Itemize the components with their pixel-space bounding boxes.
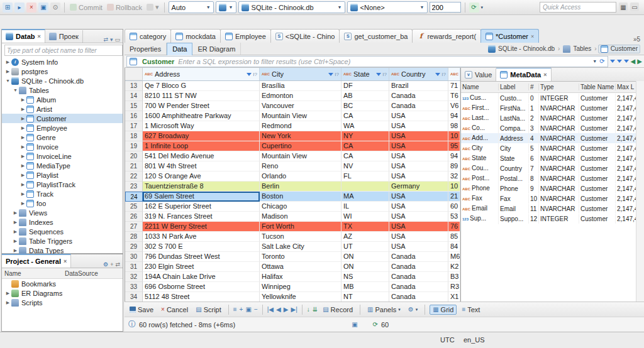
cell-postalcode[interactable]: T6 [448, 91, 460, 101]
cell-city[interactable]: Reno [260, 161, 341, 171]
cell-country[interactable]: Canada [389, 262, 448, 272]
cell-address[interactable]: 162 E Superior Street [143, 202, 260, 212]
cell-state[interactable]: UT [341, 242, 389, 252]
table-row-23[interactable]: 23Tauentzienstraße 8BerlinGermany10 [125, 182, 460, 192]
meta-cell-type[interactable]: NVARCHAR [539, 204, 579, 214]
meta-cell-table-name[interactable]: Customer [579, 204, 616, 214]
next-result-icon[interactable]: ▶ [637, 58, 642, 65]
cell-postalcode[interactable]: 85 [448, 232, 460, 242]
script-button[interactable]: ▤Script [193, 305, 224, 314]
column-sort-icon[interactable]: I? [253, 72, 257, 77]
meta-cell-max-length[interactable]: 2,147,48 [616, 154, 637, 163]
meta-cell-max-length[interactable]: 2,147,48 [616, 194, 637, 204]
cell-city[interactable]: Tucson [260, 232, 341, 242]
editor-tab-mockdata[interactable]: mockdata [170, 29, 221, 43]
cell-postalcode[interactable]: 94 [448, 111, 460, 121]
meta-cell-label[interactable]: LastNa... [499, 114, 529, 123]
tree-item-table-triggers[interactable]: ▶Table Triggers [2, 236, 123, 246]
meta-cell-type[interactable]: NVARCHAR [539, 194, 579, 204]
meta-cell-name[interactable]: ABCCity [461, 143, 499, 154]
filter-icon[interactable] [376, 73, 381, 76]
cell-postalcode[interactable]: K2 [448, 262, 460, 272]
cell-address[interactable]: 5112 48 Street [143, 292, 260, 302]
cell-address[interactable]: 1 Infinite Loop [143, 141, 260, 151]
row-number[interactable]: 18 [125, 131, 143, 141]
link-icon[interactable]: ⇄ [115, 261, 120, 268]
meta-cell-label[interactable]: Custo... [499, 94, 529, 103]
cell-state[interactable]: IL [341, 202, 389, 212]
meta-cell-ordinal[interactable]: 12 [529, 214, 539, 224]
tree-item-sequences[interactable]: ▶Sequences [2, 227, 123, 236]
cell-country[interactable]: Canada [389, 282, 448, 292]
cell-city[interactable]: Vancouver [260, 101, 341, 111]
meta-cell-name[interactable]: ABCCou... [461, 163, 499, 174]
cell-city[interactable]: Brasília [260, 81, 341, 91]
panels-button[interactable]: ▥Panels▾ [365, 305, 403, 314]
tree-item-artist[interactable]: ▶Artist [2, 104, 123, 114]
table-row-14[interactable]: 148210 111 ST NWEdmontonABCanadaT6 [125, 91, 460, 101]
tree-item-data-types[interactable]: ▶Data Types [2, 246, 123, 254]
table-row-16[interactable]: 161600 Amphitheatre ParkwayMountain View… [125, 111, 460, 121]
cell-state[interactable]: FL [341, 171, 389, 182]
cell-state[interactable]: CA [341, 141, 389, 151]
expand-arrow-icon[interactable]: ▶ [19, 116, 26, 121]
cell-state[interactable]: WA [341, 121, 389, 131]
row-number[interactable]: 30 [125, 252, 143, 262]
cell-state[interactable]: TX [341, 222, 389, 232]
meta-column-header-type[interactable]: Type [539, 84, 579, 90]
table-row-28[interactable]: 281033 N Park AveTucsonAZUSA85 [125, 232, 460, 242]
cell-postalcode[interactable]: 32 [448, 171, 460, 182]
meta-cell-ordinal[interactable]: 11 [529, 204, 539, 214]
meta-cell-label[interactable]: Email [499, 204, 529, 214]
editor-tab-sqlite-chino[interactable]: S<SQLite - Chino [270, 29, 340, 43]
cell-postalcode[interactable]: 98 [448, 121, 460, 131]
table-row-32[interactable]: 32194A Chain Lake DriveHalifaxNSCanadaB3 [125, 272, 460, 282]
tab-metadata[interactable]: MetaData × [496, 68, 551, 81]
column-sort-icon[interactable]: I? [441, 72, 446, 77]
last-page-icon[interactable]: ▶| [291, 306, 297, 313]
close-tab-icon[interactable]: × [38, 33, 41, 40]
cell-address[interactable]: 194A Chain Lake Drive [143, 272, 260, 282]
cell-address[interactable]: 696 Osborne Street [143, 282, 260, 292]
row-number[interactable]: 22 [125, 171, 143, 182]
cell-state[interactable] [341, 182, 389, 192]
cell-state[interactable]: AB [341, 91, 389, 101]
tab-value[interactable]: v Value [461, 68, 496, 81]
editor-tab-customer[interactable]: *Customer× [480, 29, 539, 43]
cell-country[interactable]: Canada [389, 91, 448, 101]
column-header-country[interactable]: ABCCountryI? [389, 68, 448, 80]
table-row-27[interactable]: 272211 W Berry StreetFort WorthTXUSA76 [125, 222, 460, 232]
cell-city[interactable]: Toronto [260, 252, 341, 262]
meta-cell-ordinal[interactable]: 0 [529, 94, 539, 103]
cell-state[interactable]: ON [341, 252, 389, 262]
meta-cell-table-name[interactable]: Customer [579, 154, 616, 163]
row-number[interactable]: 16 [125, 111, 143, 121]
cell-address[interactable]: Tauentzienstraße 8 [143, 182, 260, 192]
cell-country[interactable]: Canada [389, 292, 448, 302]
cell-state[interactable]: BC [341, 101, 389, 111]
row-number[interactable]: 19 [125, 141, 143, 151]
close-tab-icon[interactable]: × [543, 72, 547, 78]
meta-cell-label[interactable]: State [499, 154, 529, 163]
tree-item-system-info[interactable]: ▶iSystem Info [2, 57, 123, 67]
meta-cell-ordinal[interactable]: 3 [529, 124, 539, 133]
cell-country[interactable]: USA [389, 242, 448, 252]
meta-cell-max-length[interactable]: 2,147,48 [616, 164, 637, 173]
cell-city[interactable]: Yellowknife [260, 292, 341, 302]
editor-tab-rewards-report[interactable]: frewards_report( [412, 29, 481, 43]
meta-cell-label[interactable]: Phone [499, 184, 529, 193]
auto-refresh-icon[interactable]: ⟳ [373, 321, 378, 328]
cell-country[interactable]: Canada [389, 252, 448, 262]
cell-address[interactable]: Qe 7 Bloco G [143, 81, 260, 91]
filter-history-icon[interactable]: ▼ [592, 59, 597, 63]
meta-cell-table-name[interactable]: Customer [579, 134, 616, 143]
cell-postalcode[interactable]: 95 [448, 141, 460, 151]
meta-cell-label[interactable]: FirstNa... [499, 104, 529, 113]
cell-address[interactable]: 1600 Amphitheatre Parkway [143, 111, 260, 121]
tree-item-genre[interactable]: ▶Genre [2, 133, 123, 142]
expand-arrow-icon[interactable]: ▶ [19, 163, 26, 168]
row-number[interactable]: 15 [125, 101, 143, 111]
tree-item-invoice[interactable]: ▶Invoice [2, 142, 123, 151]
cell-postalcode[interactable]: 76 [448, 222, 460, 232]
meta-cell-type[interactable]: NVARCHAR [539, 134, 579, 143]
